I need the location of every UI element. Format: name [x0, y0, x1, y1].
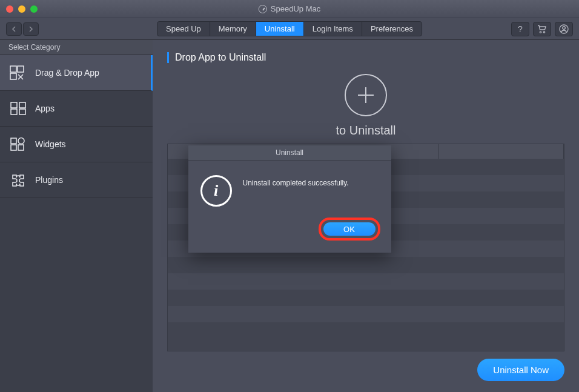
dialog-body: i Uninstall completed successfully. [188, 161, 391, 218]
info-icon: i [200, 175, 232, 207]
dialog-title: Uninstall [188, 145, 391, 161]
uninstall-dialog: Uninstall i Uninstall completed successf… [188, 145, 391, 253]
modal-overlay: Uninstall i Uninstall completed successf… [0, 0, 579, 392]
dialog-footer: OK [188, 218, 391, 253]
ok-highlight: OK [319, 218, 380, 241]
dialog-message: Uninstall completed successfully. [243, 175, 349, 187]
ok-button[interactable]: OK [323, 222, 376, 236]
